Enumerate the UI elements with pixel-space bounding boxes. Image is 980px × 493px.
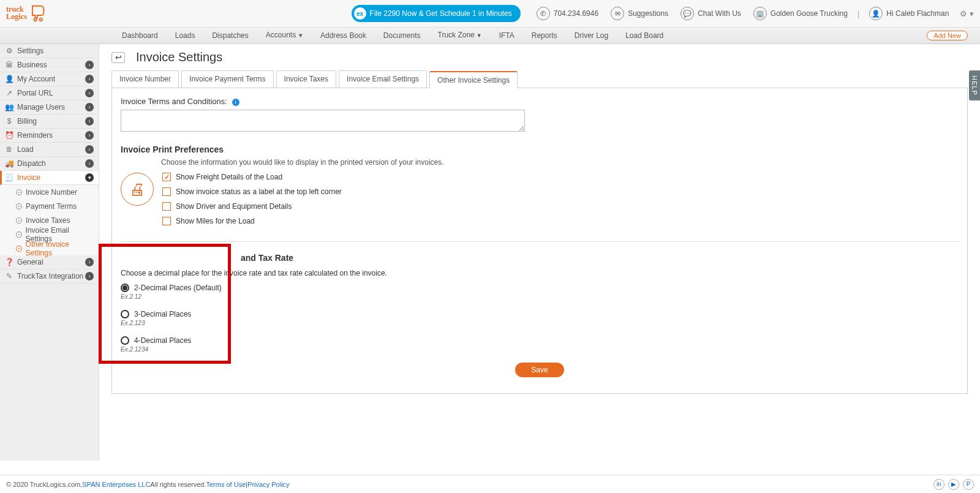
nav-ifta[interactable]: IFTA [491, 28, 523, 44]
terms-link[interactable]: Terms of Use [206, 481, 246, 488]
radio-example: Ex.2.1234 [121, 346, 959, 353]
sidebar-subitem-invoice-number[interactable]: Invoice Number [0, 185, 99, 199]
nav-truck-zone[interactable]: Truck Zone▼ [429, 27, 491, 44]
radio-example: Ex.2.123 [121, 320, 959, 326]
nav-dispatches[interactable]: Dispatches [203, 28, 257, 44]
company-link[interactable]: 🏢 Golden Goose Trucking [753, 7, 848, 20]
nav-documents[interactable]: Documents [375, 28, 429, 44]
sidebar-item-manage-users[interactable]: 👥Manage Users› [0, 100, 99, 115]
copyright-text: © 2020 TruckLogics.com, [6, 481, 82, 488]
suggestions-text: Suggestions [628, 9, 668, 18]
greeting-text: Hi Caleb Flachman [886, 9, 949, 18]
radio-option[interactable]: 4-Decimal Places [121, 336, 959, 345]
phone-link[interactable]: ✆ 704.234.6946 [537, 7, 598, 20]
checkbox-label: Show invoice status as a label at the to… [176, 187, 342, 196]
sidebar-subitem-other-invoice-settings[interactable]: Other Invoice Settings [0, 241, 99, 255]
sidebar-icon: 🧾 [5, 173, 13, 182]
sidebar-sublabel: Payment Terms [26, 202, 77, 211]
sidebar-label: Billing [17, 117, 37, 126]
sidebar-subitem-payment-terms[interactable]: Payment Terms [0, 199, 99, 213]
sidebar-item-reminders[interactable]: ⏰Reminders› [0, 129, 99, 143]
radio-icon [121, 310, 129, 318]
chevron-right-icon: › [85, 61, 94, 69]
sidebar-label: Portal URL [17, 89, 53, 97]
radio-icon [121, 284, 129, 292]
sidebar-item-invoice[interactable]: 🧾Invoice▾ [0, 171, 99, 185]
nav-address-book[interactable]: Address Book [312, 28, 375, 44]
nav-loads[interactable]: Loads [167, 28, 204, 44]
user-icon: 👤 [869, 7, 883, 20]
sidebar-sublabel: Invoice Taxes [26, 216, 70, 225]
sidebar-item-portal-url[interactable]: ↗Portal URL› [0, 86, 99, 100]
chevron-right-icon: › [85, 75, 94, 83]
span-enterprises-link[interactable]: SPAN Enterprises LLC [82, 481, 150, 488]
save-button[interactable]: Save [515, 363, 564, 377]
sidebar-item-trucktax-integration[interactable]: ✎TruckTax Integration› [0, 269, 99, 284]
sidebar-item-settings[interactable]: ⚙Settings [0, 44, 99, 58]
sidebar-icon: ✎ [5, 272, 13, 280]
nav-accounts[interactable]: Accounts▼ [257, 27, 312, 44]
radio-option[interactable]: 3-Decimal Places [121, 310, 959, 318]
sidebar-label: Dispatch [17, 159, 46, 168]
tab-invoice-number[interactable]: Invoice Number [111, 70, 179, 88]
radio-label: 4-Decimal Places [134, 336, 191, 345]
sidebar-label: Manage Users [17, 103, 65, 111]
tab-invoice-payment-terms[interactable]: Invoice Payment Terms [181, 70, 274, 88]
linkedin-icon[interactable]: in [933, 479, 944, 490]
user-link[interactable]: 👤 Hi Caleb Flachman [869, 7, 949, 20]
sidebar-item-general[interactable]: ❓General› [0, 255, 99, 269]
terms-label: Invoice Terms and Conditions: i [121, 97, 959, 106]
footer: © 2020 TruckLogics.com, SPAN Enterprises… [0, 475, 980, 493]
sidebar-item-billing[interactable]: $Billing› [0, 115, 99, 129]
info-icon[interactable]: i [232, 99, 239, 106]
promo-pill[interactable]: ex File 2290 Now & Get Schedule 1 in Min… [352, 5, 521, 22]
checkbox-option[interactable]: Show Miles for the Load [162, 217, 342, 225]
pinterest-icon[interactable]: P [963, 479, 974, 490]
sidebar-item-dispatch[interactable]: 🚚Dispatch› [0, 157, 99, 171]
radio-option[interactable]: 2-Decimal Places (Default) [121, 284, 959, 292]
nav-driver-log[interactable]: Driver Log [566, 28, 617, 44]
sidebar-sublabel: Other Invoice Settings [26, 240, 94, 257]
privacy-link[interactable]: Privacy Policy [247, 481, 289, 488]
checkbox-option[interactable]: Show Driver and Equipment Details [162, 202, 342, 211]
sidebar-icon: ⚙ [5, 47, 13, 55]
divider [121, 241, 959, 242]
help-tab[interactable]: HELP [969, 70, 980, 100]
checkbox-option[interactable]: Show invoice status as a label at the to… [162, 187, 342, 196]
caret-down-icon: ▼ [477, 32, 482, 39]
sidebar-label: Invoice [17, 173, 40, 182]
add-new-button[interactable]: Add New [927, 31, 968, 40]
checkbox-label: Show Driver and Equipment Details [176, 202, 292, 211]
print-prefs-desc: Choose the information you would like to… [161, 158, 959, 167]
checkbox-label: Show Miles for the Load [176, 217, 255, 225]
suggestions-link[interactable]: ✉ Suggestions [611, 7, 668, 20]
sidebar-label: My Account [17, 75, 55, 83]
chevron-right-icon: ▾ [85, 173, 94, 182]
sidebar-item-my-account[interactable]: 👤My Account› [0, 72, 99, 86]
back-button[interactable]: ↩ [111, 52, 125, 63]
youtube-icon[interactable]: ▶ [948, 479, 959, 490]
chevron-right-icon: › [85, 89, 94, 97]
sidebar-sublabel: Invoice Number [26, 188, 77, 197]
sidebar-item-business[interactable]: 🏛Business› [0, 58, 99, 72]
sidebar-item-load[interactable]: 🗎Load› [0, 143, 99, 157]
bullet-icon [16, 203, 22, 209]
nav-load-board[interactable]: Load Board [617, 28, 672, 44]
tab-invoice-taxes[interactable]: Invoice Taxes [276, 70, 337, 88]
separator: | [858, 9, 859, 18]
sidebar-label: Load [17, 145, 34, 154]
app-logo[interactable]: truck Logics [6, 3, 62, 24]
checkbox-option[interactable]: ✓Show Freight Details of the Load [162, 173, 342, 181]
tab-invoice-email-settings[interactable]: Invoice Email Settings [339, 70, 427, 88]
nav-dashboard[interactable]: Dashboard [113, 28, 167, 44]
bullet-icon [16, 217, 22, 224]
nav-reports[interactable]: Reports [523, 28, 566, 44]
settings-gear-icon[interactable]: ⚙ ▾ [960, 9, 974, 18]
sidebar-label: General [17, 258, 43, 266]
chevron-right-icon: › [85, 103, 94, 111]
chat-link[interactable]: 💬 Chat With Us [680, 7, 741, 20]
tab-other-invoice-settings[interactable]: Other Invoice Settings [429, 71, 518, 88]
terms-textarea[interactable] [121, 110, 525, 132]
sidebar-icon: $ [5, 117, 13, 126]
chevron-right-icon: › [85, 117, 94, 126]
